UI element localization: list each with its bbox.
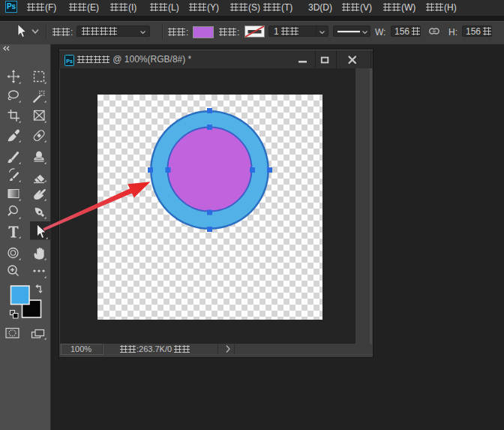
svg-text:Ps: Ps bbox=[66, 59, 73, 64]
